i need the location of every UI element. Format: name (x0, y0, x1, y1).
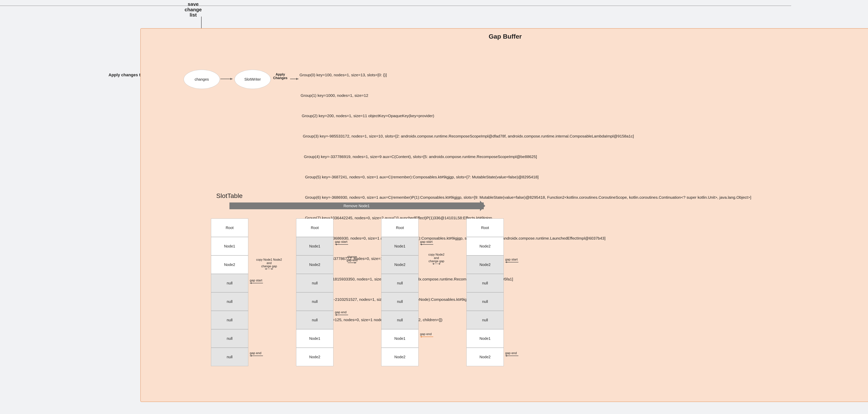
slot-cell: null (381, 274, 418, 292)
marker-text: gap start (420, 240, 433, 244)
marker-text: gap start (335, 240, 347, 244)
dump-line: Group(8) key=-3686930, nodes=0, size=1 a… (300, 235, 751, 242)
slot-cell: Node1 (296, 237, 333, 255)
arrow-changes-to-writer (220, 79, 232, 79)
slot-cell: null (466, 311, 504, 329)
slottable-col-1: RootNode1Node2nullnullnullnullnull (211, 219, 248, 366)
step-text: change gap end (347, 255, 358, 262)
dump-line: Group(4) key=-337786919, nodes=1, size=9… (300, 153, 751, 160)
slot-cell: null (211, 329, 248, 348)
slot-cell: Root (211, 219, 248, 237)
step-2-label: change gap end (347, 255, 358, 263)
slottable-title: SlotTable (216, 192, 243, 199)
marker-text: gap end (420, 332, 432, 336)
gap-start-note: gap start (250, 279, 263, 283)
slot-cell: Node1 (211, 237, 248, 255)
slotwriter-node: SlotWriter (235, 70, 271, 89)
dump-line: Group(12) key=125, nodes=0, size=1 node=… (300, 316, 751, 323)
step-text: copy Node1 Node2 and change gap (256, 258, 282, 268)
slot-cell: null (211, 348, 248, 366)
dump-line: Group(0) key=100, nodes=1, size=13, slot… (300, 71, 751, 78)
changes-node-label: changes (194, 77, 209, 82)
step-text: copy Node2 and change gap (428, 253, 444, 263)
slot-cell: Node2 (296, 348, 333, 366)
dump-line: Group(2) key=200, nodes=1, size=11 objec… (300, 113, 751, 119)
slot-cell: null (381, 292, 418, 311)
gap-start-note: gap start (420, 240, 433, 245)
dump-line: Group(9) key=-337786772, nodes=0, size=1 (300, 255, 751, 262)
slot-cell: Node1 (381, 237, 418, 255)
slot-cell: Node2 (381, 255, 418, 274)
marker-text: gap start (505, 258, 518, 261)
slottable-col-3: RootNode1Node2nullnullnullNode1Node2 (381, 219, 418, 366)
slot-cell: null (296, 274, 333, 292)
remove-node1-arrow: Remove Node1 (229, 202, 484, 209)
slot-cell: Node2 (381, 348, 418, 366)
gap-start-note: gap start (505, 258, 518, 262)
arrow-writer-to-dump (290, 79, 299, 79)
slot-cell: null (296, 292, 333, 311)
marker-text: gap end (250, 351, 261, 355)
step-1-label: copy Node1 Node2 and change gap (256, 258, 282, 269)
dump-line: Group(3) key=-985533172, nodes=1, size=1… (300, 133, 751, 139)
slot-cell: Node2 (466, 348, 504, 366)
gap-end-note: gap end (335, 311, 348, 315)
slot-cell: Root (466, 219, 504, 237)
dump-line: Group(6) key=-3686930, nodes=0, size=1 a… (300, 194, 751, 201)
gap-end-note-moved: gap end (420, 332, 433, 337)
gap-start-note: gap start (335, 240, 348, 245)
panel-title: Gap Buffer (141, 33, 868, 40)
dump-line: Group(5) key=-3687241, nodes=0, size=1 a… (300, 174, 751, 181)
slot-cell: Node2 (296, 255, 333, 274)
slot-cell: null (211, 274, 248, 292)
slot-cell: Node1 (466, 329, 504, 348)
slot-cell: null (466, 274, 504, 292)
slot-cell: Root (381, 219, 418, 237)
dump-line: Group(1) key=1000, nodes=1, size=12 (300, 92, 751, 99)
dump-line: Group(10) key=1815933350, nodes=1, size=… (300, 276, 751, 283)
marker-text: gap end (505, 351, 517, 355)
slot-cell: Node1 (381, 329, 418, 348)
slot-cell: null (381, 311, 418, 329)
slottable-col-4: RootNode2Node2nullnullnullNode1Node2 (466, 219, 504, 366)
marker-text: gap start (250, 279, 262, 282)
slot-cell: null (466, 292, 504, 311)
changes-node: changes (184, 70, 220, 89)
slot-cell: Node2 (466, 237, 504, 255)
slot-cell: Root (296, 219, 333, 237)
save-change-list-label: save change list (185, 1, 202, 18)
slotwriter-node-label: SlotWriter (244, 77, 261, 82)
slot-cell: Node1 (296, 329, 333, 348)
slottable-col-2: RootNode1Node2nullnullnullNode1Node2 (296, 219, 333, 366)
apply-changes-midlabel: Apply Changes (273, 73, 287, 80)
slot-cell: null (296, 311, 333, 329)
slot-cell: null (211, 311, 248, 329)
dump-line: Group(11) key=-2103251527, nodes=1, size… (300, 296, 751, 303)
marker-text: gap end (335, 310, 346, 314)
slot-cell: null (211, 292, 248, 311)
step-3-label: copy Node2 and change gap (428, 253, 444, 264)
slot-cell: Node2 (466, 255, 504, 274)
gap-end-note: gap end (250, 351, 263, 356)
slot-cell: Node2 (211, 255, 248, 274)
remove-node1-label: Remove Node1 (344, 204, 370, 208)
group-dump: Group(0) key=100, nodes=1, size=13, slot… (300, 58, 751, 330)
dump-line: Group(7) key=1036442245, nodes=0, size=2… (300, 215, 751, 221)
gap-end-note: gap end (505, 351, 518, 356)
